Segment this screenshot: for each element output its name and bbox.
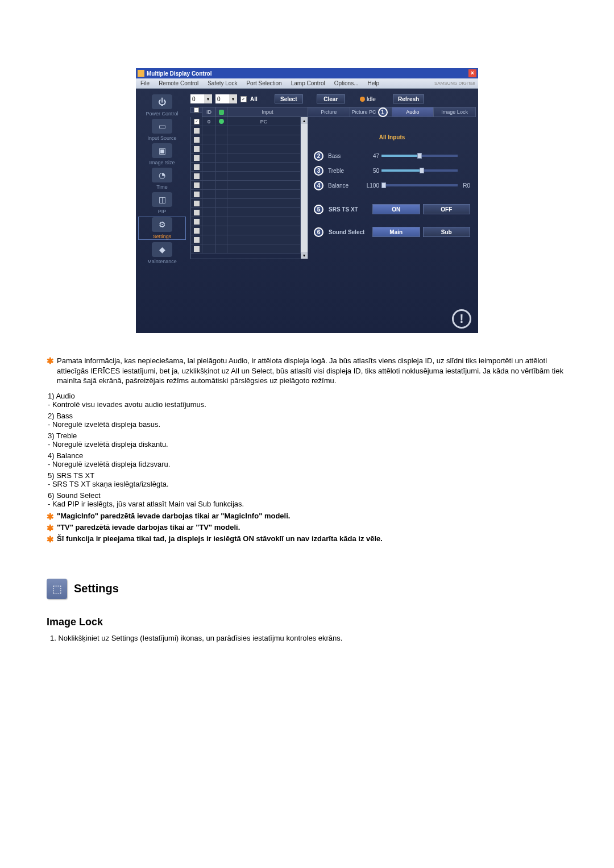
toolbar: 0▾ 0▾ ✓ All Select Clear Idle Refresh <box>190 94 476 103</box>
menu-port-selection[interactable]: Port Selection <box>242 80 286 86</box>
spin-2[interactable]: 0▾ <box>215 94 237 103</box>
table-row[interactable] <box>191 153 301 163</box>
table-row[interactable] <box>191 244 301 254</box>
balance-label: Balance <box>328 182 360 189</box>
item-5-desc: - SRS TS XT skaņa ieslēgta/izslēgta. <box>48 480 567 488</box>
all-checkbox[interactable]: ✓ <box>240 96 247 102</box>
bass-value: 47 <box>362 153 379 159</box>
treble-value: 50 <box>362 168 379 174</box>
table-row[interactable] <box>191 163 301 172</box>
sound-select-label: Sound Select <box>329 229 370 235</box>
sidebar-item-input[interactable]: ▭Input Source <box>138 119 186 141</box>
input-icon: ▭ <box>152 119 172 134</box>
app-window: Multiple Display Control × File Remote C… <box>136 68 478 333</box>
image-lock-heading: Image Lock <box>47 616 567 628</box>
sidebar-item-time[interactable]: ◔Time <box>138 168 186 190</box>
tab-image-lock[interactable]: Image Lock <box>434 107 476 117</box>
table-row[interactable] <box>191 199 301 208</box>
tabs: Picture Picture PC1 Audio Image Lock <box>308 107 476 117</box>
treble-row: 3 Treble 50 <box>314 163 470 178</box>
sidebar-item-power[interactable]: ⏻Power Control <box>138 94 186 117</box>
sidebar-item-maintenance[interactable]: ◆Maintenance <box>138 242 186 264</box>
tab-audio[interactable]: Audio <box>392 107 434 117</box>
item-3-head: 3) Treble <box>48 431 567 440</box>
item-2-desc: - Noregulē izvelētā displeja basus. <box>48 420 567 429</box>
menu-safety-lock[interactable]: Safety Lock <box>203 80 242 86</box>
item-1-head: 1) Audio <box>48 392 567 400</box>
srs-off-button[interactable]: OFF <box>423 204 471 214</box>
callout-1-icon: 1 <box>378 107 388 117</box>
scroll-up-icon[interactable]: ▴ <box>301 117 308 124</box>
table-row[interactable] <box>191 181 301 190</box>
callout-5-icon: 5 <box>314 205 323 214</box>
tab-picture-pc[interactable]: Picture PC1 <box>350 107 392 117</box>
table-row[interactable] <box>191 226 301 235</box>
sound-select-row: 6 Sound Select Main Sub <box>314 226 470 238</box>
menu-help[interactable]: Help <box>363 80 384 86</box>
table-row[interactable] <box>191 172 301 181</box>
scrollbar[interactable]: ▴ ▾ <box>301 117 308 259</box>
grid-head-id: ID <box>202 107 215 117</box>
status-dot-icon <box>219 119 224 124</box>
tab-picture[interactable]: Picture <box>308 107 350 117</box>
select-button[interactable]: Select <box>275 94 303 103</box>
item-6-head: 6) Sound Select <box>48 491 567 500</box>
clear-button[interactable]: Clear <box>317 94 345 103</box>
menu-file[interactable]: File <box>136 80 154 86</box>
step-1: 1. Noklikšķiniet uz Settings (Iestatījum… <box>50 634 567 642</box>
callout-6-icon: 6 <box>314 227 323 237</box>
grid-head-check: ✓ <box>190 107 202 113</box>
table-row[interactable] <box>191 208 301 217</box>
row-checkbox[interactable]: ✓ <box>194 119 200 124</box>
sidebar-item-settings[interactable]: ⚙Settings <box>138 217 186 240</box>
menu-lamp-control[interactable]: Lamp Control <box>287 80 330 86</box>
table-row[interactable]: ✓ 0 PC <box>191 117 301 126</box>
table-row[interactable] <box>191 135 301 144</box>
bass-label: Bass <box>328 153 360 159</box>
table-row[interactable] <box>191 190 301 199</box>
srs-on-button[interactable]: ON <box>372 204 420 214</box>
main-panel: 0▾ 0▾ ✓ All Select Clear Idle Refresh <box>188 89 478 333</box>
scroll-down-icon[interactable]: ▾ <box>301 252 308 259</box>
table-row[interactable] <box>191 126 301 135</box>
idle-indicator: Idle <box>360 96 376 102</box>
close-icon[interactable]: × <box>468 69 476 77</box>
titlebar-title: Multiple Display Control <box>147 70 468 77</box>
star-icon: ✱ <box>47 356 57 366</box>
star-icon: ✱ <box>47 512 57 522</box>
settings-cube-icon: ⬚ <box>47 579 67 599</box>
sound-main-button[interactable]: Main <box>372 227 420 237</box>
treble-slider[interactable] <box>381 169 458 172</box>
table-row[interactable] <box>191 235 301 244</box>
menu-remote-control[interactable]: Remote Control <box>154 80 203 86</box>
item-4-head: 4) Balance <box>48 451 567 460</box>
sidebar-item-image[interactable]: ▣Image Size <box>138 143 186 165</box>
grid-head-status <box>215 107 227 117</box>
settings-heading: ⬚ Settings <box>47 579 567 599</box>
chevron-down-icon[interactable]: ▾ <box>204 94 212 103</box>
power-icon: ⏻ <box>152 94 172 109</box>
sidebar-item-pip[interactable]: ◫PIP <box>138 192 186 214</box>
bass-row: 2 Bass 47 <box>314 148 470 163</box>
table-row[interactable] <box>191 217 301 226</box>
srs-row: 5 SRS TS XT ON OFF <box>314 203 470 215</box>
table-row[interactable] <box>191 144 301 153</box>
grid-head-input: Input <box>227 107 308 117</box>
grid-header: ✓ ID Input <box>190 107 308 117</box>
srs-label: SRS TS XT <box>329 206 370 213</box>
row-id: 0 <box>202 117 216 126</box>
treble-label: Treble <box>328 168 360 174</box>
settings-icon: ⚙ <box>152 217 172 232</box>
menu-options[interactable]: Options... <box>330 80 363 86</box>
spin-1[interactable]: 0▾ <box>190 94 212 103</box>
item-4-desc: - Noregulē izvelētā displeja līdzsvaru. <box>48 460 567 468</box>
callout-4-icon: 4 <box>314 181 323 190</box>
sound-sub-button[interactable]: Sub <box>423 227 471 237</box>
balance-slider[interactable] <box>381 184 458 186</box>
row-input: PC <box>227 117 301 126</box>
note-3: ✱Šī funkcija ir pieejama tikai tad, ja d… <box>47 534 567 545</box>
chevron-down-icon[interactable]: ▾ <box>229 94 237 103</box>
refresh-button[interactable]: Refresh <box>393 94 424 103</box>
grid: ✓ 0 PC <box>190 117 308 259</box>
bass-slider[interactable] <box>381 155 458 157</box>
